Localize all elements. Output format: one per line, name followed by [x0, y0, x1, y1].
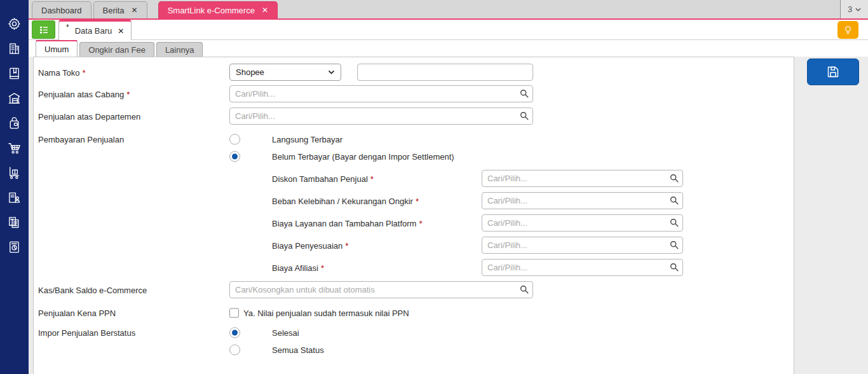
company-building-icon[interactable]: [7, 41, 22, 56]
close-icon[interactable]: ✕: [262, 6, 268, 14]
subtab-umum[interactable]: Umum: [36, 39, 78, 57]
field-label: Biaya Layanan dan Tambahan Platform: [272, 218, 416, 228]
form-subtabs: Umum Ongkir dan Fee Lainnya: [29, 40, 868, 57]
required-marker: *: [345, 240, 348, 250]
biaya-layanan-platform-input[interactable]: [482, 214, 683, 232]
warehouse-store-icon[interactable]: [7, 90, 22, 106]
field-biaya-afiliasi: Biaya Afiliasi*: [34, 259, 794, 276]
delivery-handtruck-icon[interactable]: [7, 165, 22, 180]
radio-langsung-terbayar[interactable]: [229, 134, 240, 144]
report-chart-icon[interactable]: [7, 239, 22, 254]
required-marker: *: [370, 174, 374, 183]
tab-label: Berita: [103, 6, 125, 15]
field-label: Diskon Tambahan Penjual: [272, 174, 368, 183]
field-kas-bank-saldo: Kas/Bank Saldo e-Commerce: [34, 281, 794, 298]
search-icon[interactable]: [669, 195, 679, 205]
hint-button[interactable]: [837, 21, 858, 39]
field-biaya-layanan-platform: Biaya Layanan dan Tambahan Platform*: [34, 214, 794, 232]
search-icon[interactable]: [669, 173, 679, 183]
required-marker: *: [321, 263, 324, 272]
field-label: Kas/Bank Saldo e-Commerce: [38, 285, 147, 294]
checkbox-label: Ya. Nilai penjualan sudah termasuk nilai…: [243, 308, 409, 317]
cabang-search-input[interactable]: [229, 85, 533, 102]
close-icon[interactable]: ✕: [132, 6, 138, 14]
platform-select-value: Shopee: [236, 67, 264, 77]
field-pembayaran-penjualan: Pembayaran Penjualan Langsung Terbayar: [34, 130, 794, 148]
required-marker: *: [126, 89, 130, 99]
field-impor-penjualan-berstatus: Impor Penjualan Berstatus Selesai: [34, 324, 794, 341]
departemen-search-input[interactable]: [229, 107, 533, 125]
lightbulb-icon: [843, 25, 853, 36]
field-label: Biaya Penyesuaian: [272, 240, 342, 250]
required-marker: *: [83, 67, 86, 77]
product-bag-icon[interactable]: [7, 115, 22, 130]
beban-ongkir-input[interactable]: [482, 192, 683, 209]
field-diskon-tambahan-penjual: Diskon Tambahan Penjual*: [34, 170, 794, 187]
subtab-label: Ongkir dan Fee: [88, 45, 146, 55]
biaya-afiliasi-input[interactable]: [482, 259, 683, 276]
field-label: Impor Penjualan Berstatus: [38, 328, 135, 337]
subtab-label: Lainnya: [165, 45, 194, 55]
tab-berita[interactable]: Berita ✕: [93, 1, 147, 18]
search-icon[interactable]: [519, 88, 529, 99]
radio-semua-status[interactable]: [229, 344, 240, 355]
biaya-penyesuaian-input[interactable]: [482, 237, 683, 254]
diskon-tambahan-penjual-input[interactable]: [482, 170, 683, 187]
subtab-label: Umum: [44, 45, 69, 54]
field-penjualan-atas-departemen: Penjualan atas Departemen: [34, 107, 794, 125]
tab-label: SmartLink e-Commerce: [168, 6, 255, 15]
document-tab-data-baru[interactable]: * Data Baru ✕: [58, 20, 132, 40]
window-tab-strip: Dashboard Berita ✕ SmartLink e-Commerce …: [29, 0, 868, 20]
field-label: Penjualan atas Cabang: [38, 89, 124, 99]
document-tab-label: Data Baru: [75, 26, 112, 36]
platform-select[interactable]: Shopee: [229, 64, 341, 81]
subtab-ongkir-dan-fee[interactable]: Ongkir dan Fee: [79, 42, 154, 57]
sales-cart-icon[interactable]: [7, 140, 22, 155]
tab-overflow-count: 3: [848, 4, 852, 14]
chevron-down-icon: [328, 70, 335, 74]
field-label: Penjualan Kena PPN: [38, 308, 116, 317]
document-toolbar-row: * Data Baru ✕: [29, 20, 868, 40]
field-penjualan-atas-cabang: Penjualan atas Cabang*: [34, 85, 794, 102]
journal-book-icon[interactable]: [7, 66, 22, 81]
search-icon[interactable]: [669, 262, 679, 272]
radio-selesai[interactable]: [229, 327, 240, 338]
field-nama-toko: Nama Toko* Shopee: [34, 64, 794, 81]
field-beban-kelebihan-kekurangan-ongkir: Beban Kelebihan / Kekurangan Ongkir*: [34, 192, 794, 209]
chevron-down-icon: [855, 8, 861, 11]
field-label: Nama Toko: [38, 67, 80, 77]
store-name-input[interactable]: [357, 64, 533, 81]
field-biaya-penyesuaian: Biaya Penyesuaian*: [34, 237, 794, 254]
ppn-checkbox[interactable]: [229, 308, 239, 317]
tab-smartlink-ecommerce[interactable]: SmartLink e-Commerce ✕: [158, 1, 278, 18]
subtab-lainnya[interactable]: Lainnya: [156, 42, 203, 57]
tab-overflow-dropdown[interactable]: 3: [840, 0, 868, 18]
search-icon[interactable]: [669, 218, 679, 228]
field-label: Pembayaran Penjualan: [38, 134, 124, 144]
unsaved-marker: *: [66, 22, 69, 33]
customer-office-icon[interactable]: [7, 190, 22, 205]
settings-gear-icon[interactable]: [7, 16, 22, 31]
form-panel-umum: Nama Toko* Shopee Penjualan atas Cabang*…: [33, 57, 794, 374]
option-semua-status: Semua Status: [34, 341, 794, 358]
kas-bank-search-input[interactable]: [229, 281, 533, 298]
tab-label: Dashboard: [41, 6, 82, 15]
close-icon[interactable]: ✕: [118, 27, 124, 36]
tax-documents-icon[interactable]: [7, 214, 22, 230]
save-button[interactable]: [807, 59, 859, 85]
field-label: Beban Kelebihan / Kekurangan Ongkir: [272, 196, 413, 205]
search-icon[interactable]: [669, 240, 679, 250]
required-marker: *: [416, 196, 419, 205]
record-list-button[interactable]: [32, 20, 55, 39]
option-belum-terbayar: Belum Terbayar (Bayar dengan Impor Settl…: [34, 148, 794, 165]
radio-belum-terbayar[interactable]: [229, 151, 240, 162]
radio-label: Langsung Terbayar: [272, 134, 342, 144]
radio-label: Selesai: [272, 328, 299, 337]
tab-dashboard[interactable]: Dashboard: [32, 1, 92, 18]
search-icon[interactable]: [519, 284, 529, 294]
field-label: Penjualan atas Departemen: [38, 111, 140, 121]
radio-label: Belum Terbayar (Bayar dengan Impor Settl…: [272, 151, 454, 161]
field-label: Biaya Afiliasi: [272, 263, 318, 272]
required-marker: *: [419, 218, 422, 228]
search-icon[interactable]: [519, 111, 529, 121]
